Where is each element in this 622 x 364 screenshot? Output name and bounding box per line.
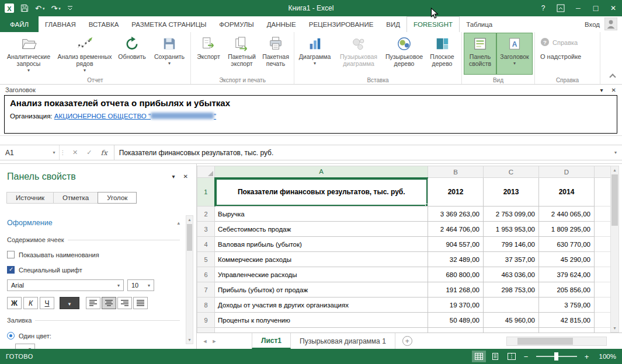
- align-justify-button[interactable]: [133, 297, 148, 309]
- cell-B9[interactable]: 50 489,00: [428, 313, 484, 328]
- row-header-3[interactable]: 3: [197, 222, 215, 237]
- organization-link[interactable]: АКЦИОНЕРНОЕ ОБЩЕСТВО "": [54, 113, 216, 120]
- cell-A9[interactable]: Проценты к получению: [215, 313, 428, 328]
- cell-B3[interactable]: 2 464 706,00: [428, 222, 484, 237]
- row-header-8[interactable]: 8: [197, 298, 215, 313]
- props-tab-mark[interactable]: Отметка: [53, 192, 98, 204]
- sheet-nav-left-icon[interactable]: [200, 333, 210, 349]
- cell-A6[interactable]: Управленческие расходы: [215, 267, 428, 282]
- cell-C7[interactable]: 298 753,00: [484, 282, 539, 298]
- tab-review[interactable]: РЕЦЕНЗИРОВАНИЕ: [303, 16, 380, 32]
- page-layout-view-button[interactable]: [488, 351, 502, 362]
- undo-icon[interactable]: [35, 5, 44, 12]
- section-design-label[interactable]: Оформление: [7, 219, 53, 227]
- cell-B5[interactable]: 32 489,00: [428, 252, 484, 267]
- vertical-scrollbar-thumb[interactable]: [611, 174, 618, 226]
- tab-table[interactable]: Таблица: [460, 16, 499, 32]
- cancel-entry-icon[interactable]: [72, 149, 78, 156]
- tab-file[interactable]: ФАЙЛ: [0, 16, 39, 32]
- sheet-tab-list1[interactable]: Лист1: [252, 333, 291, 349]
- props-tab-corner[interactable]: Уголок: [98, 192, 137, 204]
- maximize-icon[interactable]: [587, 0, 604, 16]
- underline-button[interactable]: Ч: [40, 297, 54, 309]
- chevron-down-icon[interactable]: [144, 280, 154, 290]
- formula-input[interactable]: Показатели финансовых результатов, тыс. …: [114, 145, 609, 160]
- cell-C1[interactable]: 2013: [484, 178, 539, 206]
- cell-D7[interactable]: 205 856,00: [539, 282, 595, 298]
- header-panel-close-icon[interactable]: [611, 87, 616, 93]
- special-font-option[interactable]: Специальный шрифт: [7, 266, 180, 274]
- refresh-button[interactable]: Обновить: [114, 33, 150, 75]
- cell-D5[interactable]: 45 290,00: [539, 252, 595, 267]
- tab-foresight[interactable]: FORESIGHT: [406, 16, 460, 32]
- name-box-caret-icon[interactable]: [49, 145, 59, 160]
- zoom-out-button[interactable]: [521, 352, 531, 361]
- batch-print-button[interactable]: Пакетная печать: [259, 33, 292, 75]
- horizontal-scrollbar-thumb[interactable]: [517, 338, 573, 345]
- customize-quick-access-icon[interactable]: [67, 5, 73, 11]
- column-header-D[interactable]: D: [539, 166, 595, 178]
- tab-insert[interactable]: ВСТАВКА: [82, 16, 126, 32]
- row-header-10[interactable]: 10: [197, 328, 215, 333]
- row-header-6[interactable]: 6: [197, 267, 215, 282]
- name-box[interactable]: A1: [0, 145, 49, 160]
- cell-D9[interactable]: 42 815,00: [539, 313, 595, 328]
- select-all-button[interactable]: [197, 166, 215, 178]
- cell-C2[interactable]: 2 753 099,00: [484, 206, 539, 222]
- flat-tree-button[interactable]: Плоское дерево: [425, 33, 460, 75]
- row-header-7[interactable]: 7: [197, 282, 215, 298]
- properties-panel-toggle-button[interactable]: Панель свойств: [464, 33, 496, 75]
- scroll-up-icon[interactable]: [186, 216, 193, 223]
- header-toggle-button[interactable]: A Заголовок: [496, 33, 533, 75]
- sign-in[interactable]: Вход: [585, 16, 622, 32]
- user-avatar[interactable]: [604, 18, 617, 32]
- section-collapse-icon[interactable]: [177, 220, 180, 226]
- cell-C5[interactable]: 37 357,00: [484, 252, 539, 267]
- cell-B2[interactable]: 3 369 263,00: [428, 206, 484, 222]
- row-header-2[interactable]: 2: [197, 206, 215, 222]
- font-name-select[interactable]: Arial: [7, 279, 124, 291]
- zoom-slider-thumb[interactable]: [554, 352, 558, 360]
- normal-view-button[interactable]: [472, 351, 486, 362]
- cell-A3[interactable]: Себестоимость продаж: [215, 222, 428, 237]
- header-panel-menu-icon[interactable]: [600, 87, 603, 93]
- save-icon[interactable]: [20, 4, 29, 12]
- cell-A4[interactable]: Валовая прибыль (убыток): [215, 237, 428, 252]
- scroll-down-icon[interactable]: [186, 336, 193, 344]
- export-button[interactable]: Экспорт: [193, 33, 224, 75]
- fill-handle[interactable]: [425, 204, 428, 206]
- confirm-entry-icon[interactable]: [86, 149, 92, 156]
- tab-data[interactable]: ДАННЫЕ: [260, 16, 303, 32]
- cell-B10[interactable]: 384 878,00: [428, 328, 484, 333]
- properties-panel-close-icon[interactable]: [183, 173, 188, 180]
- cell-A5[interactable]: Коммерческие расходы: [215, 252, 428, 267]
- cell-D2[interactable]: 2 440 065,00: [539, 206, 595, 222]
- align-left-button[interactable]: [86, 297, 100, 309]
- bubble-chart-button[interactable]: Пузырьковая диаграмма: [333, 33, 384, 75]
- cell-A1[interactable]: Показатели финансовых результатов, тыс. …: [215, 178, 428, 206]
- cell-E3[interactable]: [595, 222, 611, 237]
- help-button[interactable]: ? Справка: [540, 37, 581, 48]
- add-sheet-icon[interactable]: [402, 336, 412, 346]
- cell-A7[interactable]: Прибыль (убыток) от продаж: [215, 282, 428, 298]
- column-header-C[interactable]: C: [484, 166, 539, 178]
- cell-C8[interactable]: [484, 298, 539, 313]
- cell-C9[interactable]: 45 960,00: [484, 313, 539, 328]
- cell-B1[interactable]: 2012: [428, 178, 484, 206]
- one-color-option[interactable]: Один цвет:: [7, 332, 180, 340]
- chart-button[interactable]: Диаграмма: [296, 33, 333, 75]
- time-series-analysis-button[interactable]: Анализ временных рядов: [55, 33, 114, 75]
- cell-E5[interactable]: [595, 252, 611, 267]
- show-names-option[interactable]: Показывать наименования: [7, 251, 180, 258]
- properties-scrollbar[interactable]: [186, 215, 193, 344]
- sheet-nav-right-icon[interactable]: [210, 333, 219, 349]
- row-header-5[interactable]: 5: [197, 252, 215, 267]
- batch-export-button[interactable]: Пакетный экспорт: [224, 33, 259, 75]
- help-icon[interactable]: ?: [534, 0, 552, 16]
- tab-page-layout[interactable]: РАЗМЕТКА СТРАНИЦЫ: [125, 16, 213, 32]
- cell-C3[interactable]: 1 953 953,00: [484, 222, 539, 237]
- zoom-percentage[interactable]: 100%: [599, 353, 616, 360]
- align-right-button[interactable]: [117, 297, 132, 309]
- bubble-tree-button[interactable]: Пузырьковое дерево: [384, 33, 425, 75]
- expand-formula-bar-icon[interactable]: [609, 145, 622, 160]
